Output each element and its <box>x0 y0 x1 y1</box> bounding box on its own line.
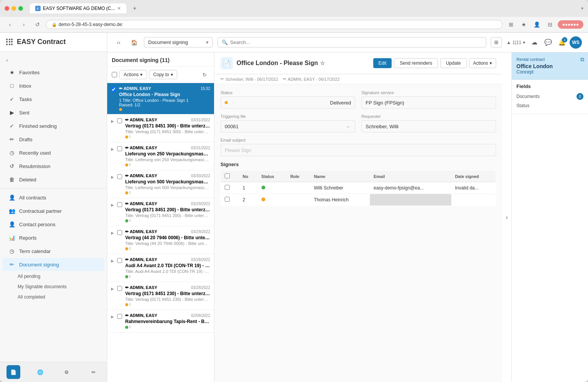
sidebar-label-all-contracts: All contracts <box>19 195 46 201</box>
sidebar-item-tasks[interactable]: ✓ Tasks <box>2 93 105 106</box>
list-item-checkbox[interactable] <box>117 202 122 207</box>
signer-1-checkbox[interactable] <box>221 182 239 194</box>
select-all-checkbox[interactable] <box>112 72 117 77</box>
close-button[interactable] <box>5 6 9 11</box>
sidebar-bottom-web[interactable]: 🌐 <box>33 365 47 379</box>
active-tab[interactable]: E EASY SOFTWARE AG DEMO (C... ✕ <box>30 3 126 13</box>
expand-arrow[interactable]: ▶ <box>111 119 114 123</box>
link-icon[interactable]: ← <box>346 124 351 129</box>
list-item[interactable]: ▶ ✏ ADMIN, EASY 03/29/2022 Vertrag (0171… <box>107 198 214 226</box>
sidebar-item-term-calendar[interactable]: ◷ Term calendar <box>2 245 105 258</box>
list-item-checkbox[interactable] <box>117 230 122 235</box>
sidebar-item-finished-sending[interactable]: ✓ Finished sending <box>2 119 105 132</box>
list-item-checkbox[interactable] <box>117 174 122 179</box>
sidebar-item-reports[interactable]: 📊 Reports <box>2 231 105 244</box>
list-item-checkbox[interactable] <box>117 314 122 319</box>
browser-action-btn[interactable]: ●●●●●● <box>558 20 584 29</box>
list-item[interactable]: ▶ ✏ ADMIN, EASY 02/08/2022 Rahmenvereinb… <box>107 310 214 333</box>
sidebar-bottom-edit[interactable]: ✏ <box>87 365 100 379</box>
sidebar-sub-my-signable[interactable]: My Signable documents <box>2 282 105 292</box>
sidebar-item-inbox[interactable]: □ Inbox <box>2 79 105 92</box>
expand-arrow[interactable]: ▶ <box>111 231 114 235</box>
list-item[interactable]: ▶ ✏ ADMIN, EASY 03/30/2022 Lieferung von… <box>107 170 214 198</box>
send-reminders-button[interactable]: Send reminders <box>394 58 438 68</box>
status-item[interactable]: Status <box>516 101 583 110</box>
new-tab-button[interactable]: + <box>129 3 140 14</box>
notifications-button[interactable]: 🔔 1 <box>556 36 568 49</box>
detail-nav-right-arrow[interactable]: › <box>502 52 511 382</box>
expand-arrow[interactable]: ▶ <box>111 287 114 291</box>
upload-button[interactable]: ☁ <box>528 36 541 49</box>
profile-icon[interactable]: 👤 <box>532 19 542 30</box>
filter-button[interactable]: ⊞ <box>491 37 502 47</box>
filter-icon: ⊞ <box>494 39 498 45</box>
signers-select-all[interactable] <box>225 173 230 178</box>
sidebar-bottom-settings[interactable]: ⚙ <box>60 365 74 379</box>
sidebar-item-deleted[interactable]: 🗑 Deleted <box>2 173 105 186</box>
list-item[interactable]: ✏ ADMIN, EASY 15:32 Office London - Plea… <box>107 83 214 114</box>
list-item-indicator: I <box>125 191 210 195</box>
sidebar-collapse-toggle[interactable]: ‹ <box>0 55 107 65</box>
list-item[interactable]: ▶ ✏ ADMIN, EASY 03/28/2022 Audi A4 Avant… <box>107 254 214 282</box>
sidebar: EASY Contract ‹ ★ Favorites □ Inbox ✓ Ta… <box>0 33 107 382</box>
sidebar-item-document-signing[interactable]: ✏ Document signing <box>2 258 105 271</box>
sidebar-item-all-contracts[interactable]: 👤 All contracts <box>2 191 105 204</box>
sidebar-item-sent[interactable]: ▶ Sent <box>2 106 105 119</box>
expand-arrow[interactable]: ▶ <box>111 175 114 179</box>
sidebar-bottom-docs[interactable]: 📄 <box>7 365 20 379</box>
refresh-button[interactable]: ↻ <box>199 70 209 80</box>
detail-actions-dropdown[interactable]: Actions ▾ <box>469 58 496 68</box>
sidebar-item-drafts[interactable]: ✏ Drafts <box>2 133 105 146</box>
sidebar-item-favorites[interactable]: ★ Favorites <box>2 66 105 79</box>
sidebar-item-contractual-partner[interactable]: 👥 Contractual partner <box>2 204 105 217</box>
list-item-checkbox[interactable] <box>117 258 122 263</box>
list-item[interactable]: ▶ ✏ ADMIN, EASY 03/29/2022 Vertrag (44 2… <box>107 226 214 254</box>
expand-arrow[interactable]: ▶ <box>111 147 114 151</box>
documents-item[interactable]: Documents 0 <box>516 91 583 101</box>
update-button[interactable]: Update <box>440 58 467 68</box>
expand-arrow[interactable]: ▶ <box>111 259 114 263</box>
reload-button[interactable]: ↺ <box>32 19 43 30</box>
list-item-checkbox[interactable] <box>117 286 122 291</box>
favorites-icon: ★ <box>8 69 15 76</box>
extension-icon[interactable]: ⊞ <box>506 19 516 30</box>
minimize-button[interactable] <box>11 6 16 11</box>
copy-to-dropdown[interactable]: Copy to ▾ <box>149 70 177 79</box>
form-group-signature-service: Signature service FP Sign (FPSign) <box>361 90 496 109</box>
list-item-checkbox[interactable] <box>117 118 122 123</box>
list-item-checkbox[interactable] <box>111 87 116 92</box>
sidebar-item-recently-used[interactable]: ◷ Recently used <box>2 146 105 159</box>
sidebar-sub-all-pending[interactable]: All pending <box>2 271 105 281</box>
list-item-checkbox[interactable] <box>117 146 122 151</box>
home-button[interactable]: 🏠 <box>129 37 139 48</box>
expand-arrow[interactable]: ▶ <box>111 203 114 207</box>
list-item[interactable]: ▶ ✏ ADMIN, EASY 03/28/2022 Vertrag (0171… <box>107 282 214 310</box>
module-dropdown[interactable]: Document signing ▾ <box>144 37 213 47</box>
signer-2-checkbox[interactable] <box>221 194 239 206</box>
avatar[interactable]: WS <box>570 36 582 49</box>
list-item[interactable]: ▶ ✏ ADMIN, EASY 03/31/2022 Vertrag (0171… <box>107 114 214 142</box>
address-bar[interactable]: 🔒 demo-5-28-45-3.easy-demo.de: <box>46 20 503 29</box>
apps-icon[interactable] <box>6 39 13 46</box>
sidebar-item-contact-persons[interactable]: 👤 Contact persons <box>2 218 105 231</box>
right-panel-contract-card[interactable]: Rental contract Office London Concept ⧉ <box>512 52 588 80</box>
list-item-date: 02/08/2022 <box>191 313 210 318</box>
edit-button[interactable]: Edit <box>373 58 392 68</box>
chat-button[interactable]: 💬 <box>542 36 554 49</box>
maximize-button[interactable] <box>18 6 23 11</box>
search-bar[interactable]: 🔍 <box>217 37 486 47</box>
forward-button[interactable]: › <box>18 19 29 30</box>
tab-close[interactable]: ✕ <box>117 6 121 11</box>
sidebar-toggle[interactable]: ⊟ <box>545 19 555 30</box>
topbar-back-button[interactable]: ‹‹ <box>113 37 124 48</box>
back-button[interactable]: ‹ <box>5 19 15 30</box>
sidebar-sub-all-completed[interactable]: All completed <box>2 292 105 302</box>
star-icon[interactable]: ☆ <box>320 60 325 66</box>
expand-arrow[interactable]: ▶ <box>111 315 114 319</box>
bookmark-icon[interactable]: ★ <box>519 19 529 30</box>
search-input[interactable] <box>230 39 482 45</box>
sidebar-item-resubmission[interactable]: ↺ Resubmission <box>2 160 105 173</box>
actions-dropdown[interactable]: Actions ▾ <box>119 70 147 79</box>
sort-chevron[interactable]: ▾ <box>523 40 525 45</box>
list-item[interactable]: ▶ ✏ ADMIN, EASY 03/31/2022 Lieferung von… <box>107 142 214 170</box>
